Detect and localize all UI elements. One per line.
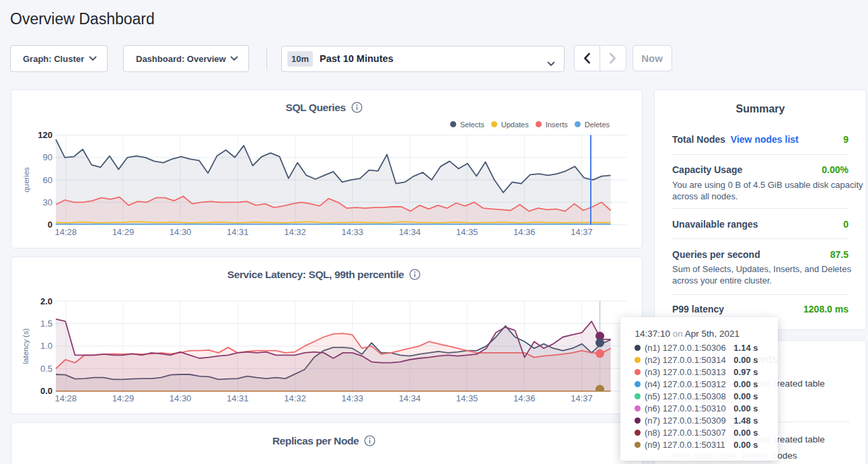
- svg-text:14:28: 14:28: [55, 227, 77, 237]
- svg-text:14:33: 14:33: [341, 227, 363, 237]
- svg-text:60: 60: [43, 175, 52, 185]
- svg-text:queries: queries: [22, 167, 30, 193]
- svg-text:14:32: 14:32: [284, 227, 306, 237]
- svg-text:1.0: 1.0: [40, 341, 52, 351]
- svg-text:14:37: 14:37: [571, 227, 593, 237]
- svg-text:14:34: 14:34: [399, 227, 421, 237]
- svg-text:14:35: 14:35: [456, 393, 478, 403]
- svg-text:14:30: 14:30: [170, 227, 192, 237]
- svg-text:14:32: 14:32: [284, 393, 306, 403]
- svg-text:0.0: 0.0: [40, 386, 52, 396]
- svg-text:14:34: 14:34: [399, 393, 421, 403]
- svg-text:2.0: 2.0: [40, 296, 52, 306]
- svg-text:latency (s): latency (s): [22, 328, 30, 364]
- svg-text:14:29: 14:29: [112, 227, 135, 237]
- svg-text:30: 30: [43, 197, 52, 207]
- svg-text:120: 120: [38, 130, 52, 140]
- svg-text:14:36: 14:36: [513, 227, 536, 237]
- svg-text:14:33: 14:33: [341, 393, 363, 403]
- svg-text:1.5: 1.5: [40, 319, 52, 329]
- svg-text:14:30: 14:30: [170, 393, 192, 403]
- svg-text:14:29: 14:29: [112, 393, 135, 403]
- svg-text:0.5: 0.5: [40, 364, 52, 374]
- svg-text:14:35: 14:35: [456, 227, 478, 237]
- svg-text:14:28: 14:28: [55, 393, 77, 403]
- svg-text:14:31: 14:31: [227, 227, 249, 237]
- svg-text:0: 0: [48, 220, 52, 230]
- svg-text:90: 90: [43, 152, 52, 162]
- svg-text:14:36: 14:36: [513, 393, 536, 403]
- svg-text:14:31: 14:31: [227, 393, 249, 403]
- svg-text:14:37: 14:37: [571, 393, 593, 403]
